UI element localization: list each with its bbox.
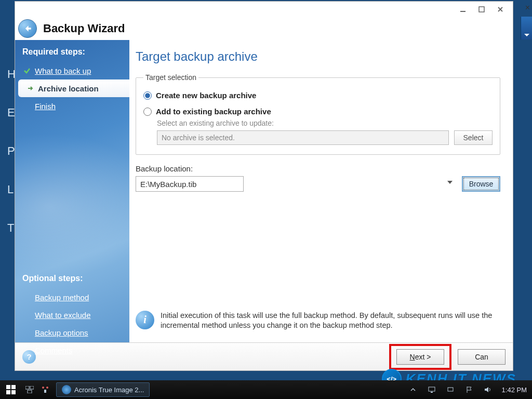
radio-add-existing-label[interactable]: Add to existing backup archive xyxy=(156,107,271,116)
taskbar-app-acronis[interactable]: Acronis True Image 2... xyxy=(56,382,150,397)
select-archive-button: Select xyxy=(454,130,493,145)
svg-rect-8 xyxy=(28,390,32,393)
step-backup-options[interactable]: Backup options xyxy=(15,324,129,341)
pinned-app-icon[interactable] xyxy=(39,384,51,395)
svg-rect-4 xyxy=(6,390,10,394)
backup-location-input[interactable] xyxy=(136,176,244,192)
tray-monitor-icon[interactable] xyxy=(426,384,437,395)
tray-volume-icon[interactable] xyxy=(482,384,494,395)
svg-rect-13 xyxy=(431,392,433,393)
tray-flag-icon[interactable] xyxy=(463,384,475,395)
backup-wizard-window: Backup Wizard Required steps: What to ba… xyxy=(15,1,513,371)
taskbar[interactable]: Acronis True Image 2... 1:42 PM xyxy=(0,380,532,399)
wizard-title: Backup Wizard xyxy=(43,22,125,35)
svg-rect-5 xyxy=(11,390,16,394)
svg-point-10 xyxy=(46,387,48,389)
next-button-highlight: Next > xyxy=(389,344,451,370)
required-steps-heading: Required steps: xyxy=(15,44,129,62)
optional-steps-heading: Optional steps: xyxy=(15,271,129,288)
svg-rect-2 xyxy=(6,385,10,389)
step-finish[interactable]: Finish xyxy=(15,97,129,115)
svg-rect-7 xyxy=(30,386,34,389)
add-existing-hint: Select an existing archive to update: xyxy=(157,119,493,127)
background-window-close: × xyxy=(525,3,530,12)
taskview-icon[interactable] xyxy=(24,384,35,395)
tray-chevron-icon[interactable] xyxy=(407,384,419,395)
maximize-button[interactable] xyxy=(472,3,491,16)
backup-location-label: Backup location: xyxy=(136,164,500,173)
svg-rect-1 xyxy=(479,7,484,12)
cancel-button[interactable]: Can xyxy=(458,349,506,365)
browse-button[interactable]: Browse xyxy=(462,176,500,192)
step-what-to-exclude[interactable]: What to exclude xyxy=(15,306,129,324)
dropdown-caret-icon[interactable] xyxy=(447,181,453,184)
back-button[interactable] xyxy=(18,19,37,38)
arrow-right-icon xyxy=(25,84,35,93)
wizard-content: Target backup archive Target selection C… xyxy=(129,40,513,342)
tray-network-icon[interactable] xyxy=(445,384,456,395)
svg-rect-0 xyxy=(460,11,466,12)
step-archive-location[interactable]: Archive location xyxy=(18,79,129,97)
titlebar xyxy=(15,2,513,17)
page-title: Target backup archive xyxy=(136,49,500,64)
wizard-header: Backup Wizard xyxy=(15,17,513,40)
svg-rect-6 xyxy=(25,386,29,389)
taskbar-app-label: Acronis True Image 2... xyxy=(74,386,144,394)
radio-create-new-label[interactable]: Create new backup archive xyxy=(156,91,256,100)
background-dropdown-strip xyxy=(521,17,532,39)
step-comments[interactable]: Comments xyxy=(15,341,129,359)
target-selection-group: Target selection Create new backup archi… xyxy=(136,73,500,155)
svg-rect-3 xyxy=(11,385,16,389)
radio-create-new[interactable] xyxy=(143,91,152,100)
taskbar-clock[interactable]: 1:42 PM xyxy=(502,386,527,394)
existing-archive-input xyxy=(157,130,449,145)
info-icon: i xyxy=(136,311,154,329)
next-button[interactable]: Next > xyxy=(396,349,444,365)
radio-add-existing[interactable] xyxy=(143,108,152,116)
step-what-to-backup[interactable]: What to back up xyxy=(15,62,129,79)
svg-point-9 xyxy=(42,387,44,389)
svg-rect-14 xyxy=(448,388,453,391)
close-button[interactable] xyxy=(491,3,510,16)
svg-rect-12 xyxy=(429,387,435,391)
acronis-icon xyxy=(62,385,71,394)
step-backup-method[interactable]: Backup method xyxy=(15,288,129,306)
check-icon xyxy=(22,66,32,75)
wizard-sidebar: Required steps: What to back up Archive … xyxy=(15,40,129,342)
minimize-button[interactable] xyxy=(454,3,472,16)
group-legend: Target selection xyxy=(143,73,198,82)
start-button[interactable] xyxy=(3,382,19,397)
svg-rect-11 xyxy=(44,390,46,393)
info-text: Initial execution of this task will use … xyxy=(161,311,500,331)
